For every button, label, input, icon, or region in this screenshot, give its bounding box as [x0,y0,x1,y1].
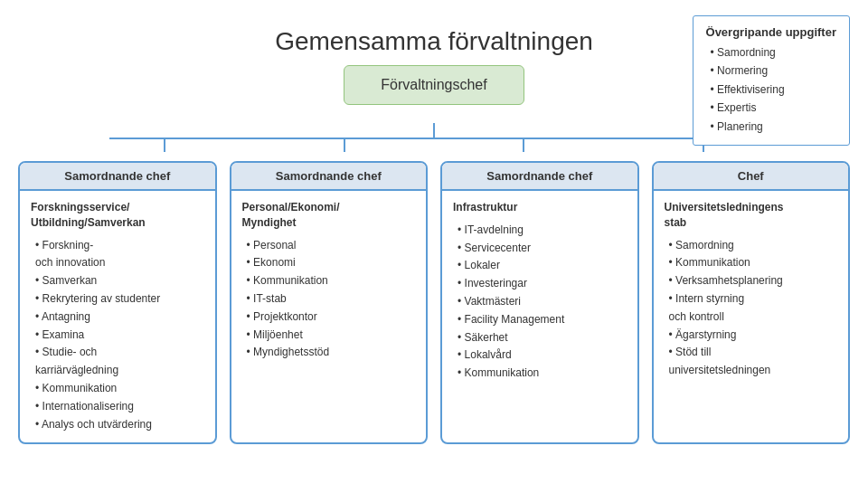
list-item: Kommunikation [247,272,416,290]
chef-button-wrapper: Förvaltningschef [344,65,524,105]
list-item: Studie- och karriärvägledning [35,344,204,380]
list-item: Antagning [35,308,204,327]
list-item: Analys och utvärdering [35,416,204,434]
list-item: Rekrytering av studenter [35,290,204,308]
overview-item: Planering [711,118,836,136]
columns-section: Samordnande chefForskningsservice/ Utbil… [18,161,850,444]
column-body-3: Universitetsledningens stabSamordningKom… [654,191,849,389]
column-subtitle-3: Universitetsledningens stab [665,200,838,231]
list-item: Säkerhet [458,329,627,347]
column-box-1: Samordnande chefPersonal/Ekonomi/ Myndig… [230,161,429,444]
list-item: Examina [35,327,204,345]
overview-item: Normering [711,62,836,80]
list-item: Internationalisering [35,398,204,416]
list-item: Intern styrning och kontroll [669,290,838,327]
column-subtitle-1: Personal/Ekonomi/ Myndighet [242,200,416,231]
list-item: Samverkan [35,272,204,290]
column-list-3: SamordningKommunikationVerksamhetsplaner… [665,237,838,380]
list-item: Ekonomi [247,254,416,272]
list-item: Servicecenter [458,240,627,258]
list-item: Lokaler [458,257,627,275]
list-item: Vaktmästeri [458,293,627,311]
list-item: Kommunikation [669,254,838,272]
list-item: Facility Management [458,311,627,329]
overview-box: Övergripande uppgifter SamordningNormeri… [693,15,850,146]
list-item: Ägarstyrning [669,327,838,345]
column-subtitle-2: Infrastruktur [453,200,627,215]
column-header-3: Chef [654,163,849,191]
column-body-1: Personal/Ekonomi/ MyndighetPersonalEkono… [231,191,427,371]
top-section: Förvaltningschef Övergripande uppgifter … [18,65,850,105]
column-header-0: Samordnande chef [20,163,215,191]
list-item: Forskning- och innovation [35,237,204,273]
list-item: Stöd till universitetsledningen [669,344,838,380]
list-item: Projektkontor [247,308,416,327]
list-item: Samordning [669,237,838,255]
column-list-1: PersonalEkonomiKommunikationIT-stabProje… [242,237,416,363]
forvaltningschef-button: Förvaltningschef [344,65,524,105]
list-item: Miljöenhet [247,327,416,345]
column-box-0: Samordnande chefForskningsservice/ Utbil… [18,161,217,444]
list-item: Lokalvård [458,346,627,365]
column-body-2: InfrastrukturIT-avdelningServicecenterLo… [442,191,637,392]
column-list-0: Forskning- och innovationSamverkanRekryt… [31,237,204,434]
list-item: Personal [247,237,416,255]
list-item: Myndighetsstöd [247,344,416,362]
overview-item: Samordning [711,43,836,62]
overview-list: SamordningNormeringEffektiviseringExpert… [706,43,836,136]
column-body-0: Forskningsservice/ Utbildning/SamverkanF… [20,191,215,442]
column-box-2: Samordnande chefInfrastrukturIT-avdelnin… [440,161,639,444]
list-item: Verksamhetsplanering [669,272,838,290]
list-item: IT-avdelning [458,222,627,240]
column-list-2: IT-avdelningServicecenterLokalerInvester… [453,222,627,383]
column-header-1: Samordnande chef [231,163,427,191]
column-box-3: ChefUniversitetsledningens stabSamordnin… [652,161,851,444]
page-container: Gemensamma förvaltningen Förvaltningsche… [0,0,868,503]
list-item: IT-stab [247,290,416,308]
list-item: Investeringar [458,275,627,293]
list-item: Kommunikation [35,380,204,398]
column-subtitle-0: Forskningsservice/ Utbildning/Samverkan [31,200,204,231]
overview-item: Expertis [711,99,836,117]
overview-item: Effektivisering [711,81,836,99]
column-header-2: Samordnande chef [442,163,637,191]
list-item: Kommunikation [458,365,627,383]
overview-title: Övergripande uppgifter [706,25,836,39]
